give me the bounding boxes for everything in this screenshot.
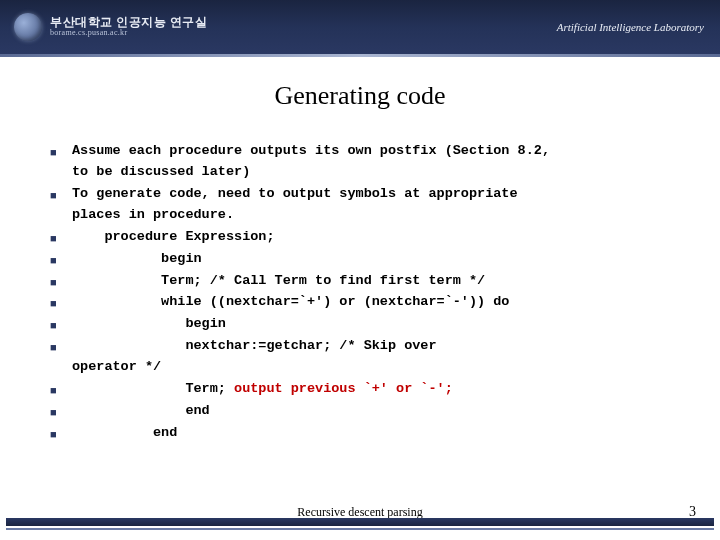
bullet-text: Term; output previous `+' or `-';: [72, 379, 680, 400]
bullet-item: ■ begin: [50, 249, 680, 270]
bullet-icon: ■: [50, 426, 58, 443]
bullet-icon: ■: [50, 230, 58, 247]
bullet-item: ■ end: [50, 401, 680, 422]
bullet-icon: ■: [50, 339, 58, 356]
bullet-icon: ■: [50, 252, 58, 269]
bullet-text-plain: Term;: [72, 381, 234, 396]
bullet-icon: ■: [50, 382, 58, 399]
bullet-text: begin: [72, 249, 680, 270]
bullet-item: ■ begin: [50, 314, 680, 335]
bullet-text: To generate code, need to output symbols…: [72, 184, 680, 226]
bullet-text: Assume each procedure outputs its own po…: [72, 141, 680, 183]
bullet-item: ■ while ((nextchar=`+') or (nextchar=`-'…: [50, 292, 680, 313]
bullet-icon: ■: [50, 274, 58, 291]
logo-text: 부산대학교 인공지능 연구실 borame.cs.pusan.ac.kr: [50, 16, 207, 38]
bullet-item: ■ Term; /* Call Term to find first term …: [50, 271, 680, 292]
bullet-icon: ■: [50, 295, 58, 312]
bullet-icon: ■: [50, 187, 58, 204]
slide: 부산대학교 인공지능 연구실 borame.cs.pusan.ac.kr Art…: [0, 0, 720, 540]
bullet-icon: ■: [50, 404, 58, 421]
bullet-text: nextchar:=getchar; /* Skip over operator…: [72, 336, 680, 378]
bullet-text: begin: [72, 314, 680, 335]
bullet-icon: ■: [50, 144, 58, 161]
bullet-item: ■ end: [50, 423, 680, 444]
bullet-icon: ■: [50, 317, 58, 334]
content-area: ■ Assume each procedure outputs its own …: [0, 141, 720, 540]
bullet-item: ■ procedure Expression;: [50, 227, 680, 248]
bullet-text: while ((nextchar=`+') or (nextchar=`-'))…: [72, 292, 680, 313]
org-url: borame.cs.pusan.ac.kr: [50, 29, 207, 38]
bullet-item: ■ Term; output previous `+' or `-';: [50, 379, 680, 400]
logo-area: 부산대학교 인공지능 연구실 borame.cs.pusan.ac.kr: [14, 13, 207, 41]
slide-title: Generating code: [0, 81, 720, 111]
footer-bar-thin: [6, 528, 714, 530]
bullet-text: Term; /* Call Term to find first term */: [72, 271, 680, 292]
footer-bars: [0, 518, 720, 530]
header-divider: [0, 54, 720, 57]
bullet-item: ■ To generate code, need to output symbo…: [50, 184, 680, 226]
bullet-text: procedure Expression;: [72, 227, 680, 248]
lab-name: Artificial Intelligence Laboratory: [557, 21, 704, 33]
footer-bar-thick: [6, 518, 714, 526]
bullet-text: end: [72, 401, 680, 422]
bullet-text-highlight: output previous `+' or `-';: [234, 381, 453, 396]
header-bar: 부산대학교 인공지능 연구실 borame.cs.pusan.ac.kr Art…: [0, 0, 720, 54]
bullet-text: end: [72, 423, 680, 444]
logo-icon: [14, 13, 42, 41]
bullet-item: ■ nextchar:=getchar; /* Skip over operat…: [50, 336, 680, 378]
bullet-item: ■ Assume each procedure outputs its own …: [50, 141, 680, 183]
